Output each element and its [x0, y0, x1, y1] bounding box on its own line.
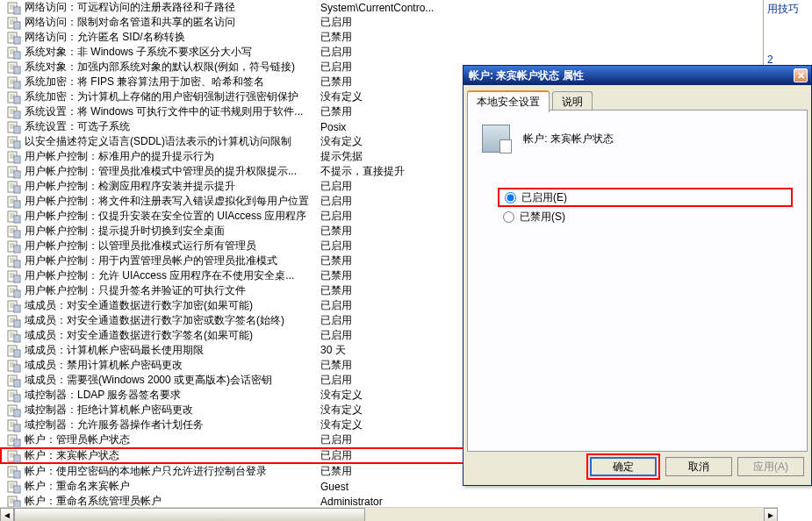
- list-item-value: 已启用: [320, 448, 352, 463]
- dialog-button-row: 确定 取消 应用(A): [586, 453, 804, 480]
- list-item-value: 已启用: [320, 15, 352, 30]
- policy-item-icon: [7, 449, 21, 463]
- policy-item-icon: [7, 418, 21, 432]
- list-row[interactable]: 网络访问：限制对命名管道和共享的匿名访问已启用: [0, 15, 812, 30]
- policy-item-icon: [7, 90, 21, 104]
- scroll-thumb[interactable]: [14, 508, 365, 521]
- list-item-name: 系统设置：将 Windows 可执行文件中的证书规则用于软件...: [25, 104, 320, 119]
- radio-disabled[interactable]: 已禁用(S): [498, 207, 793, 226]
- close-icon[interactable]: ✕: [794, 68, 808, 82]
- list-item-value: 已禁用: [320, 283, 352, 298]
- policy-item-icon: [7, 433, 21, 447]
- horizontal-scrollbar[interactable]: ◂ ▸: [0, 507, 778, 521]
- list-item-value: System\CurrentContro...: [320, 2, 434, 14]
- list-item-name: 系统对象：非 Windows 子系统不要求区分大小写: [25, 45, 320, 60]
- list-item-name: 帐户：来宾帐户状态: [25, 448, 320, 463]
- list-item-name: 域成员：禁用计算机帐户密码更改: [25, 358, 320, 373]
- policy-item-icon: [7, 150, 21, 164]
- list-item-value: 已禁用: [320, 30, 352, 45]
- list-item-name: 域成员：对安全通道数据进行数字加密(如果可能): [25, 298, 320, 313]
- policy-item-icon: [7, 120, 21, 134]
- list-item-name: 用户帐户控制：仅提升安装在安全位置的 UIAccess 应用程序: [25, 209, 320, 224]
- list-item-value: 已禁用: [320, 268, 352, 283]
- policy-item-icon: [7, 180, 21, 194]
- list-item-value: 没有定义: [320, 388, 363, 403]
- list-item-value: 已启用: [320, 209, 352, 224]
- list-item-name: 用户帐户控制：管理员批准模式中管理员的提升权限提示...: [25, 164, 320, 179]
- policy-item-icon: [7, 314, 21, 328]
- cancel-button[interactable]: 取消: [665, 457, 732, 476]
- policy-item-icon: [7, 1, 21, 15]
- policy-item-icon: [7, 269, 21, 283]
- list-item-name: 域成员：对安全通道数据进行数字加密或数字签名(始终): [25, 313, 320, 328]
- side-link-1[interactable]: 用技巧: [764, 0, 812, 18]
- list-row[interactable]: 系统对象：非 Windows 子系统不要求区分大小写已启用: [0, 45, 812, 60]
- policy-item-icon: [7, 195, 21, 209]
- list-item-value: 不提示，直接提升: [320, 164, 405, 179]
- list-row[interactable]: 网络访问：允许匿名 SID/名称转换已禁用: [0, 30, 812, 45]
- list-item-name: 用户帐户控制：允许 UIAccess 应用程序在不使用安全桌...: [25, 268, 320, 283]
- list-item-name: 网络访问：允许匿名 SID/名称转换: [25, 30, 320, 45]
- list-item-value: 已禁用: [320, 75, 352, 89]
- list-item-value: 已启用: [320, 298, 352, 313]
- policy-item-icon: [7, 254, 21, 268]
- policy-name-label: 帐户: 来宾帐户状态: [523, 125, 614, 146]
- list-item-value: 已启用: [320, 239, 352, 253]
- policy-item-icon: [7, 31, 21, 45]
- list-item-name: 域成员：需要强(Windows 2000 或更高版本)会话密钥: [25, 373, 320, 388]
- radio-enabled[interactable]: 已启用(E): [498, 188, 793, 207]
- list-item-name: 系统加密：为计算机上存储的用户密钥强制进行强密钥保护: [25, 89, 320, 104]
- policy-item-icon: [7, 284, 21, 298]
- dialog-title-text: 帐户: 来宾帐户状态 属性: [469, 68, 584, 83]
- list-item-name: 帐户：重命名来宾帐户: [25, 479, 320, 494]
- list-item-value: 已禁用: [320, 464, 352, 479]
- scroll-left-button[interactable]: ◂: [0, 508, 14, 521]
- list-item-name: 域成员：对安全通道数据进行数字签名(如果可能): [25, 328, 320, 343]
- policy-item-icon: [7, 165, 21, 179]
- list-item-value: 已启用: [320, 328, 352, 343]
- list-item-name: 用户帐户控制：用于内置管理员帐户的管理员批准模式: [25, 253, 320, 268]
- policy-item-icon: [7, 16, 21, 30]
- list-item-name: 域控制器：允许服务器操作者计划任务: [25, 418, 320, 432]
- policy-item-icon: [7, 46, 21, 60]
- policy-item-icon: [7, 75, 21, 89]
- tab-strip: 本地安全设置 说明: [467, 90, 808, 110]
- policy-item-icon: [7, 225, 21, 239]
- list-item-name: 域控制器：LDAP 服务器签名要求: [25, 388, 320, 403]
- policy-item-icon: [7, 135, 21, 149]
- policy-item-icon: [7, 480, 21, 494]
- list-item-value: 已启用: [320, 60, 352, 75]
- list-item-name: 域控制器：拒绝计算机帐户密码更改: [25, 403, 320, 418]
- policy-item-icon: [7, 299, 21, 313]
- tab-local-security[interactable]: 本地安全设置: [467, 90, 550, 112]
- list-item-value: 已禁用: [320, 104, 352, 119]
- apply-button[interactable]: 应用(A): [737, 457, 804, 476]
- policy-item-icon: [7, 389, 21, 403]
- radio-enabled-input[interactable]: [505, 192, 516, 203]
- list-item-name: 用户帐户控制：检测应用程序安装并提示提升: [25, 179, 320, 194]
- policy-item-icon: [7, 239, 21, 253]
- scroll-right-button[interactable]: ▸: [764, 508, 778, 521]
- list-item-name: 帐户：管理员帐户状态: [25, 432, 320, 447]
- list-item-value: 没有定义: [320, 134, 363, 149]
- list-item-name: 用户帐户控制：以管理员批准模式运行所有管理员: [25, 239, 320, 253]
- list-item-name: 帐户：使用空密码的本地帐户只允许进行控制台登录: [25, 464, 320, 479]
- radio-disabled-input[interactable]: [503, 211, 514, 223]
- policy-item-icon: [7, 374, 21, 388]
- policy-item-icon: [7, 210, 21, 224]
- policy-item-icon: [7, 359, 21, 373]
- policy-item-icon: [7, 329, 21, 343]
- policy-item-icon: [7, 61, 21, 75]
- list-item-value: 没有定义: [320, 89, 363, 104]
- list-item-name: 用户帐户控制：只提升签名并验证的可执行文件: [25, 283, 320, 298]
- list-item-value: Posix: [320, 121, 346, 133]
- dialog-titlebar[interactable]: 帐户: 来宾帐户状态 属性 ✕: [463, 66, 811, 85]
- list-row[interactable]: 网络访问：可远程访问的注册表路径和子路径System\CurrentContro…: [0, 0, 812, 15]
- ok-button[interactable]: 确定: [590, 457, 657, 476]
- list-item-name: 网络访问：可远程访问的注册表路径和子路径: [25, 0, 320, 15]
- policy-item-icon: [7, 403, 21, 418]
- list-item-value: 已禁用: [320, 358, 352, 373]
- list-item-value: Guest: [320, 481, 349, 493]
- side-panel-fragment: 用技巧 2: [763, 0, 812, 68]
- list-item-name: 系统加密：将 FIPS 兼容算法用于加密、哈希和签名: [25, 75, 320, 89]
